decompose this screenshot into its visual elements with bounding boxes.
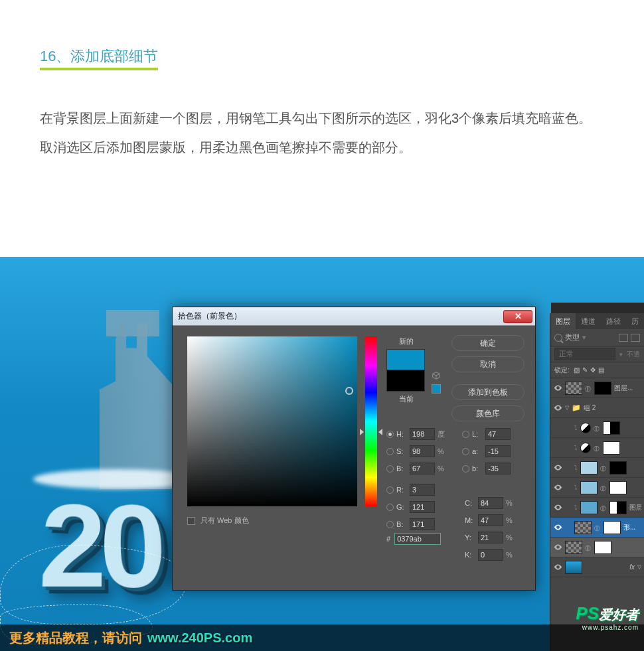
visibility-icon[interactable] [553, 543, 562, 552]
rgb-b-input[interactable] [410, 518, 435, 530]
gamut-swatch[interactable] [432, 384, 441, 394]
layer-thumbnail [574, 521, 592, 534]
h-label: H: [396, 430, 407, 438]
k-input[interactable] [478, 549, 503, 561]
add-swatch-button[interactable]: 添加到色板 [451, 384, 524, 400]
l-input[interactable] [485, 428, 511, 440]
opacity-label: 不透 [627, 350, 640, 359]
color-field-cursor [345, 387, 353, 395]
layer-mask[interactable] [594, 382, 611, 395]
adjustment-icon [580, 443, 591, 453]
layer-row[interactable]: ⦷ [550, 538, 644, 557]
visibility-icon[interactable] [553, 523, 562, 532]
clip-icon: ⤵ [574, 465, 578, 471]
cancel-button[interactable]: 取消 [451, 356, 524, 372]
layer-thumbnail [565, 541, 582, 554]
close-button[interactable]: ✕ [503, 310, 532, 323]
lab-b-input[interactable] [485, 463, 511, 474]
c-input[interactable] [478, 497, 503, 509]
watermark-text: 爱好者 [599, 607, 639, 622]
color-field[interactable] [187, 336, 357, 506]
layer-row-selected[interactable]: ⦷ 形... [550, 518, 644, 538]
r-input[interactable] [410, 484, 435, 496]
web-only-checkbox[interactable] [187, 517, 195, 525]
tab-history[interactable]: 历 [626, 313, 644, 329]
y-input[interactable] [478, 532, 503, 543]
unit-pct: % [506, 534, 515, 542]
hue-slider[interactable] [365, 336, 377, 506]
search-icon[interactable] [554, 334, 562, 342]
clip-icon: ⤵ [574, 504, 578, 511]
lock-move-icon[interactable]: ✥ [590, 366, 596, 374]
b-radio[interactable] [386, 465, 394, 472]
rgb-b-radio[interactable] [386, 521, 394, 528]
folder-icon: 📁 [572, 403, 581, 412]
layer-row[interactable]: ⤵ ⦷ [550, 458, 644, 478]
hex-input[interactable] [394, 533, 441, 545]
tab-paths[interactable]: 路径 [601, 313, 626, 329]
s-radio[interactable] [386, 448, 394, 455]
layer-row[interactable]: ⤵ ⦷ 图层 47 [550, 498, 644, 518]
lock-pixels-icon[interactable]: ▨ [574, 366, 580, 374]
b-input[interactable] [410, 463, 435, 474]
visibility-icon[interactable] [553, 503, 562, 512]
visibility-icon[interactable] [553, 384, 562, 393]
layer-mask[interactable] [609, 501, 627, 514]
chevron-down-icon[interactable]: ▽ [637, 564, 641, 570]
tab-channels[interactable]: 通道 [576, 313, 601, 329]
layer-mask[interactable] [603, 421, 620, 435]
visibility-icon[interactable] [553, 563, 562, 572]
layer-mask[interactable] [603, 441, 620, 455]
link-icon: ⦷ [594, 425, 600, 431]
filter-image-icon[interactable] [619, 334, 628, 342]
layer-row[interactable]: fx ▽ [550, 557, 644, 577]
h-input[interactable] [410, 428, 435, 440]
hue-slider-thumb[interactable] [360, 429, 364, 435]
unit-pct: % [438, 465, 447, 472]
swatch-current[interactable] [386, 370, 425, 392]
color-library-button[interactable]: 颜色库 [451, 405, 524, 421]
m-input[interactable] [478, 514, 503, 526]
g-radio[interactable] [386, 504, 394, 511]
hue-slider-thumb[interactable] [378, 429, 382, 435]
lab-b-radio[interactable] [462, 465, 469, 472]
watermark-ps: PS [576, 603, 599, 623]
layer-row[interactable]: ⤵ ⦷ [550, 438, 644, 458]
filter-kind-label[interactable]: 类型 [565, 332, 580, 342]
layer-row[interactable]: ⤵ ⦷ [550, 478, 644, 498]
layer-label: 图层 47 [629, 503, 641, 512]
link-icon: ⦷ [585, 385, 592, 392]
fx-badge[interactable]: fx [629, 563, 635, 571]
filter-adjust-icon[interactable] [631, 334, 640, 342]
visibility-icon[interactable] [553, 403, 562, 413]
tab-layers[interactable]: 图层 [550, 313, 576, 329]
lock-artboard-icon[interactable]: ▤ [598, 366, 604, 374]
clip-icon: ⤵ [574, 445, 578, 451]
layer-mask[interactable] [609, 461, 627, 474]
expand-icon[interactable]: ▽ [565, 405, 569, 411]
g-input[interactable] [410, 501, 435, 513]
layer-mask[interactable] [609, 481, 627, 494]
a-radio[interactable] [462, 448, 469, 455]
s-input[interactable] [410, 445, 435, 457]
lock-brush-icon[interactable]: ✎ [582, 366, 588, 374]
r-label: R: [396, 486, 407, 494]
visibility-icon[interactable] [553, 463, 562, 472]
a-input[interactable] [485, 445, 511, 457]
blend-mode-select[interactable]: 正常 [554, 348, 615, 360]
lab-b-label: b: [472, 465, 483, 472]
gamut-warning-icon[interactable] [432, 371, 441, 380]
layer-mask[interactable] [604, 521, 621, 534]
layer-row-group[interactable]: ▽ 📁 组 2 [550, 398, 644, 418]
layer-mask[interactable] [594, 541, 611, 554]
step-title: 16、添加底部细节 [40, 46, 158, 70]
l-radio[interactable] [462, 431, 469, 438]
h-radio[interactable] [386, 431, 394, 438]
r-radio[interactable] [386, 486, 394, 494]
visibility-icon[interactable] [553, 483, 562, 492]
layer-row[interactable]: ⦷ 图层... [550, 378, 644, 398]
k-label: K: [465, 551, 475, 559]
dialog-titlebar[interactable]: 拾色器（前景色） ✕ [173, 307, 535, 326]
ok-button[interactable]: 确定 [451, 335, 524, 351]
layer-row[interactable]: ⤵ ⦷ [550, 418, 644, 438]
